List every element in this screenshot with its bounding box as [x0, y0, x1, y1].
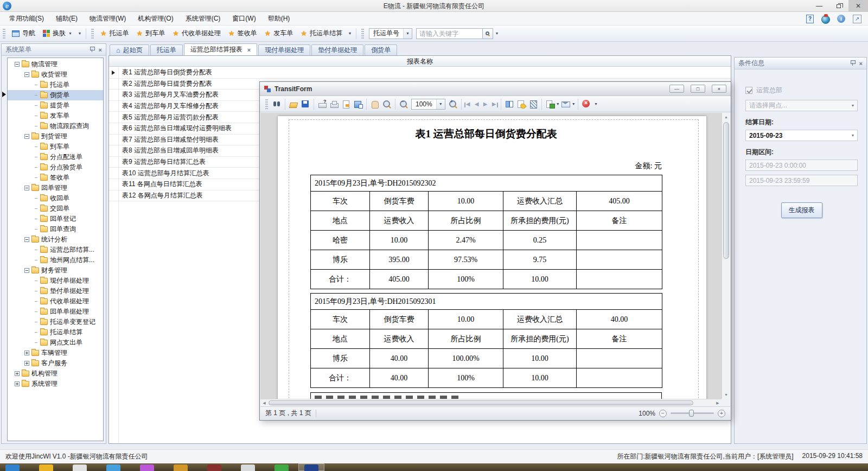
- close-icon[interactable]: ×: [99, 47, 102, 53]
- tree-item[interactable]: 回单查询: [8, 224, 103, 234]
- expand-toggle-icon[interactable]: [34, 175, 38, 180]
- checkbox-checked-icon[interactable]: [745, 87, 752, 94]
- tree-item[interactable]: 运营总部结算...: [8, 245, 103, 255]
- background-icon[interactable]: [516, 99, 526, 109]
- expand-toggle-icon[interactable]: [34, 113, 38, 118]
- help-doc-icon[interactable]: [805, 14, 814, 23]
- zoom-in-icon[interactable]: +: [448, 99, 458, 109]
- prev-page-icon[interactable]: ◀: [473, 101, 481, 107]
- tree-item[interactable]: 回单管理: [8, 183, 103, 193]
- expand-toggle-icon[interactable]: [34, 258, 38, 263]
- zoom-in-button[interactable]: +: [718, 410, 725, 417]
- tree-item[interactable]: 托运单: [8, 80, 103, 90]
- menu-item[interactable]: 帮助(H): [262, 12, 296, 26]
- menu-item[interactable]: 机构管理(O): [132, 12, 179, 26]
- tree-item[interactable]: 物流管理: [8, 59, 103, 69]
- expand-toggle-icon[interactable]: [34, 340, 38, 345]
- scroll-right-icon[interactable]: ▶: [714, 399, 722, 406]
- tree-item[interactable]: 提货单: [8, 100, 103, 111]
- open-icon[interactable]: [289, 99, 298, 109]
- taskbar-icon[interactable]: [73, 464, 87, 471]
- tree-item[interactable]: 车辆管理: [8, 348, 103, 358]
- tree-item[interactable]: 地州网点结算...: [8, 255, 103, 265]
- menu-item[interactable]: 物流管理(W): [84, 12, 132, 26]
- tab-start-page[interactable]: ⌂ 起始页: [110, 44, 149, 55]
- taskbar-icon[interactable]: [140, 464, 154, 471]
- print-preview-icon[interactable]: [317, 99, 327, 109]
- scroll-up-icon[interactable]: ▲: [722, 113, 730, 121]
- tree-item[interactable]: 签收单: [8, 173, 103, 183]
- minimize-button[interactable]: —: [809, 0, 829, 12]
- chevron-down-icon[interactable]: ▼: [556, 102, 560, 106]
- tree-item[interactable]: 回单单据处理: [8, 307, 103, 317]
- magnifier-icon[interactable]: [382, 99, 392, 109]
- expand-toggle-icon[interactable]: [34, 247, 38, 252]
- toolbar-overflow-button[interactable]: ▼: [76, 27, 84, 40]
- chevron-down-icon[interactable]: ▼: [572, 102, 576, 106]
- search-button[interactable]: [482, 28, 493, 39]
- close-icon[interactable]: ×: [859, 60, 863, 67]
- favorite-shortcut-button[interactable]: ★ 代收单据处理: [169, 27, 225, 40]
- tree-item[interactable]: 到货管理: [8, 131, 103, 142]
- scroll-left-icon[interactable]: ◀: [260, 399, 268, 406]
- tree-item[interactable]: 收回单: [8, 193, 103, 203]
- search-overflow-button[interactable]: ▼: [493, 27, 501, 40]
- expand-toggle-icon[interactable]: [34, 299, 38, 304]
- vertical-scrollbar[interactable]: ▲ ▼: [722, 113, 730, 399]
- email-icon[interactable]: [561, 99, 571, 109]
- tree-item[interactable]: 发车单: [8, 111, 103, 121]
- watermark-icon[interactable]: [528, 99, 538, 109]
- settle-date-combo[interactable]: 2015-09-23 ▼: [745, 130, 858, 141]
- close-button[interactable]: ×: [712, 85, 726, 93]
- toolbar-overflow-button[interactable]: ▼: [592, 98, 600, 111]
- expand-toggle-icon[interactable]: [24, 268, 29, 273]
- favorite-shortcut-button[interactable]: ★ 到车单: [133, 27, 169, 40]
- print-icon[interactable]: [329, 99, 339, 109]
- expand-toggle-icon[interactable]: [34, 155, 38, 160]
- export-icon[interactable]: [545, 99, 555, 109]
- zoom-slider-knob[interactable]: [689, 410, 694, 417]
- expand-toggle-icon[interactable]: [15, 62, 20, 67]
- toolbar-grip[interactable]: [91, 29, 94, 39]
- expand-toggle-icon[interactable]: [34, 320, 38, 324]
- tree-item[interactable]: 统计分析: [8, 234, 103, 245]
- expand-toggle-icon[interactable]: [24, 72, 29, 77]
- tree-item[interactable]: 现付单据处理: [8, 276, 103, 286]
- expand-toggle-icon[interactable]: [34, 206, 38, 211]
- expand-toggle-icon[interactable]: [34, 227, 38, 232]
- next-page-icon[interactable]: ▶: [481, 101, 490, 107]
- expand-toggle-icon[interactable]: [34, 103, 38, 108]
- tree-item[interactable]: 回单登记: [8, 214, 103, 224]
- tree-item[interactable]: 托运单结算: [8, 327, 103, 338]
- search-category-combo[interactable]: 托运单号 ▼: [369, 28, 412, 39]
- page-setup-icon[interactable]: [341, 99, 351, 109]
- tree-item[interactable]: 分点配送单: [8, 152, 103, 162]
- toolbar-grip[interactable]: [361, 29, 364, 39]
- tree-item[interactable]: 财务管理: [8, 265, 103, 276]
- menu-item[interactable]: 窗口(W): [226, 12, 261, 26]
- menu-item[interactable]: 常用功能(S): [3, 12, 50, 26]
- pin-icon[interactable]: [850, 60, 855, 67]
- tree-item[interactable]: 网点支出单: [8, 338, 103, 348]
- save-icon[interactable]: [301, 99, 310, 109]
- close-tab-icon[interactable]: ×: [247, 47, 251, 53]
- tab-cash-docs[interactable]: 现付单据处理: [258, 44, 310, 55]
- expand-toggle-icon[interactable]: [34, 330, 38, 335]
- minimize-button[interactable]: —: [669, 85, 684, 93]
- expand-toggle-icon[interactable]: [34, 82, 38, 87]
- restore-button[interactable]: [829, 0, 848, 12]
- tree-item[interactable]: 物流跟踪查询: [8, 121, 103, 131]
- zoom-combo[interactable]: 100% ▼: [411, 99, 445, 110]
- scrollbar-thumb[interactable]: [723, 122, 729, 259]
- maximize-button[interactable]: □: [691, 85, 705, 93]
- tree-item[interactable]: 到车单: [8, 142, 103, 152]
- expand-toggle-icon[interactable]: [34, 196, 38, 201]
- expand-toggle-icon[interactable]: [24, 361, 29, 366]
- favorites-overflow-button[interactable]: ▼: [346, 27, 354, 40]
- expand-toggle-icon[interactable]: [34, 93, 38, 98]
- hq-checkbox-row[interactable]: 运营总部: [745, 86, 858, 95]
- language-globe-icon[interactable]: [821, 14, 830, 23]
- favorite-shortcut-button[interactable]: ★ 发车单: [261, 27, 297, 40]
- tab-advance-docs[interactable]: 垫付单据处理: [311, 44, 363, 55]
- expand-toggle-icon[interactable]: [34, 165, 38, 170]
